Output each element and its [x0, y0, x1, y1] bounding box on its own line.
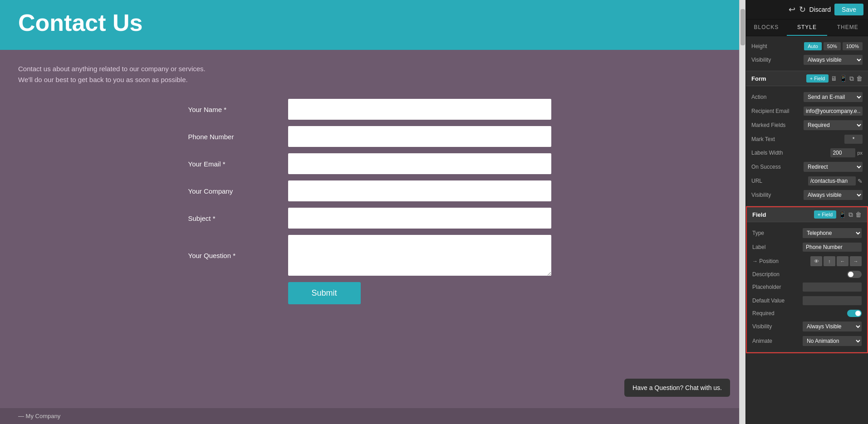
field-position-row: → Position 👁 ↑ ← → [752, 254, 862, 268]
field-textarea-question[interactable] [288, 235, 551, 276]
labels-width-row: Labels Width px [751, 146, 863, 160]
copy-icon-btn[interactable]: ⧉ [849, 75, 854, 83]
height-row: Height Auto 50% 100% [751, 40, 863, 53]
page-title: Contact Us [18, 9, 721, 36]
panel-tabs: BLOCKS STYLE THEME [746, 19, 868, 36]
field-input-phone[interactable] [288, 126, 551, 147]
height-50-btn[interactable]: 50% [824, 42, 841, 50]
height-label: Height [751, 43, 792, 49]
mobile-icon-btn[interactable]: 📱 [839, 75, 847, 82]
field-visibility-row: Visibility Always Visible [752, 319, 862, 334]
field-description-row: Description [752, 268, 862, 280]
field-label-name: Your Name * [188, 106, 279, 113]
field-label-question: Your Question * [188, 252, 279, 259]
field-label-email: Your Email * [188, 160, 279, 168]
field-add-button[interactable]: + Field [814, 210, 836, 219]
field-type-select[interactable]: Telephone [803, 228, 862, 238]
marked-fields-select[interactable]: Required [804, 120, 863, 130]
field-description-label: Description [752, 271, 793, 278]
tab-style[interactable]: STYLE [787, 19, 828, 36]
action-label: Action [751, 94, 792, 100]
scrollbar[interactable] [739, 0, 745, 424]
delete-icon-btn[interactable]: 🗑 [856, 75, 863, 82]
field-animate-label: Animate [752, 338, 793, 344]
save-button[interactable]: Save [834, 4, 863, 15]
panel-topbar: ↩ ↻ Discard Save [746, 0, 868, 19]
field-type-row: Type Telephone [752, 226, 862, 240]
scroll-thumb[interactable] [740, 9, 745, 45]
url-controls: ✎ [808, 176, 863, 185]
height-section: Height Auto 50% 100% Visibility Always v… [746, 36, 868, 71]
field-required-label: Required [752, 310, 793, 317]
form-section-label: Form [751, 75, 766, 82]
recipient-email-input[interactable] [804, 107, 863, 116]
field-animate-row: Animate No Animation [752, 334, 862, 348]
discard-button[interactable]: Discard [809, 6, 831, 13]
field-position-label: → Position [752, 258, 793, 264]
url-row: URL ✎ [751, 174, 863, 188]
field-mobile-icon-btn[interactable]: 📱 [839, 211, 846, 218]
pos-eye-btn[interactable]: 👁 [810, 256, 822, 266]
tab-theme[interactable]: THEME [827, 19, 868, 36]
field-label-company: Your Company [188, 187, 279, 195]
on-success-select[interactable]: Redirect [804, 162, 863, 172]
form-visibility-select[interactable]: Always visible [804, 190, 863, 200]
form-row-name: Your Name * [188, 99, 551, 120]
right-panel: ↩ ↻ Discard Save BLOCKS STYLE THEME Heig… [745, 0, 868, 424]
field-input-subject[interactable] [288, 208, 551, 229]
visibility-select[interactable]: Always visible [804, 55, 863, 65]
description-toggle[interactable] [847, 271, 862, 278]
field-properties-section: Type Telephone Label → Position 👁 ↑ ← → [747, 222, 867, 352]
redo-button[interactable]: ↻ [799, 5, 806, 15]
field-placeholder-input[interactable] [803, 283, 862, 292]
url-edit-button[interactable]: ✎ [858, 178, 863, 185]
field-type-label: Type [752, 230, 793, 236]
field-input-email[interactable] [288, 153, 551, 174]
position-buttons: 👁 ↑ ← → [810, 256, 862, 266]
form-row-question: Your Question * [188, 235, 551, 276]
add-field-button[interactable]: + Field [806, 74, 829, 83]
mark-text-row: Mark Text [751, 132, 863, 146]
field-required-row: Required [752, 307, 862, 319]
height-inputs: Auto 50% 100% [804, 42, 863, 50]
field-visibility-select[interactable]: Always Visible [803, 322, 862, 331]
field-label-input[interactable] [803, 243, 862, 252]
submit-button[interactable]: Submit [288, 282, 361, 304]
form-properties-section: Action Send an E-mail Recipient Email Ma… [746, 86, 868, 206]
field-animate-select[interactable]: No Animation [803, 336, 862, 346]
field-input-company[interactable] [288, 180, 551, 201]
field-input-name[interactable] [288, 99, 551, 120]
field-section-label: Field [752, 211, 766, 218]
labels-width-label: Labels Width [751, 150, 792, 156]
form-row-phone: Phone Number [188, 126, 551, 147]
canvas-content: Contact us about anything related to our… [0, 50, 739, 408]
height-100-btn[interactable]: 100% [843, 42, 863, 50]
field-default-value-input[interactable] [803, 296, 862, 305]
field-section: Field + Field 📱 ⧉ 🗑 Type Telephone Label… [746, 206, 868, 353]
tab-blocks[interactable]: BLOCKS [746, 19, 787, 36]
labels-width-controls: px [830, 148, 863, 157]
url-input[interactable] [808, 176, 856, 185]
labels-width-input[interactable] [830, 148, 855, 157]
mark-text-input[interactable] [844, 135, 863, 144]
field-default-value-label: Default Value [752, 297, 793, 304]
pos-up-btn[interactable]: ↑ [824, 256, 835, 266]
pos-left-btn[interactable]: ← [837, 256, 848, 266]
undo-button[interactable]: ↩ [789, 5, 795, 15]
pos-right-btn[interactable]: → [850, 256, 862, 266]
canvas-header: Contact Us [0, 0, 739, 50]
required-toggle[interactable] [847, 310, 862, 317]
recipient-email-label: Recipient Email [751, 108, 792, 114]
form-visibility-row: Visibility Always visible [751, 188, 863, 202]
action-select[interactable]: Send an E-mail [804, 92, 863, 102]
visibility-row: Visibility Always visible [751, 53, 863, 67]
chat-bubble[interactable]: Have a Question? Chat with us. [624, 379, 730, 397]
marked-fields-row: Marked Fields Required [751, 118, 863, 132]
desktop-icon-btn[interactable]: 🖥 [831, 75, 837, 82]
contact-form: Your Name * Phone Number Your Email * Yo… [188, 99, 551, 304]
height-auto-btn[interactable]: Auto [804, 42, 822, 50]
field-delete-icon-btn[interactable]: 🗑 [855, 211, 862, 218]
field-section-actions: + Field 📱 ⧉ 🗑 [814, 210, 862, 219]
form-row-company: Your Company [188, 180, 551, 201]
field-copy-icon-btn[interactable]: ⧉ [848, 211, 853, 219]
